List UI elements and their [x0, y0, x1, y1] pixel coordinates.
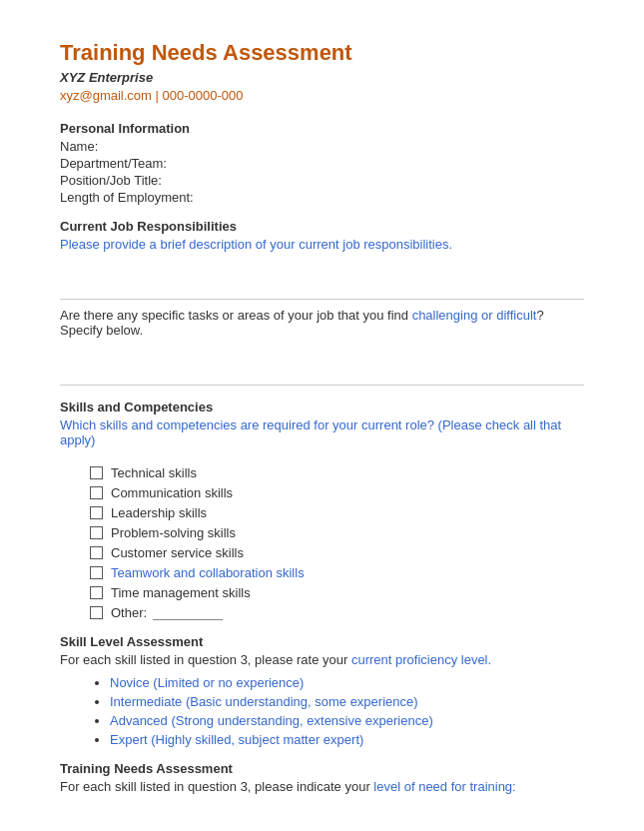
field-department: Department/Team:: [60, 156, 584, 171]
checkbox-label-other: Other:: [111, 605, 223, 620]
skill-level-prompt-blue: current proficiency level.: [351, 652, 491, 667]
contact-info: xyz@gmail.com | 000-0000-000: [60, 88, 584, 103]
level-intermediate-blue: (Basic understanding, some experience): [186, 694, 418, 709]
checkbox-label-technical: Technical skills: [111, 465, 197, 480]
job-responsibilities-section: Current Job Responsibilities Please prov…: [60, 219, 584, 386]
personal-info-section: Personal Information Name: Department/Te…: [60, 121, 584, 205]
document-header: Training Needs Assessment XYZ Enterprise…: [60, 40, 584, 103]
checkbox-icon-technical[interactable]: [90, 466, 103, 479]
personal-info-heading: Personal Information: [60, 121, 584, 136]
skill-level-section: Skill Level Assessment For each skill li…: [60, 634, 584, 747]
level-advanced-plain: Advanced: [110, 713, 171, 728]
challenging-question: Are there any specific tasks or areas of…: [60, 308, 584, 338]
level-novice: Novice (Limited or no experience): [110, 675, 584, 690]
level-expert: Expert (Highly skilled, subject matter e…: [110, 732, 584, 747]
checkbox-label-problem-solving: Problem-solving skills: [111, 525, 236, 540]
checkbox-icon-communication[interactable]: [90, 486, 103, 499]
challenging-text-plain: Are there any specific tasks or areas of…: [60, 308, 412, 323]
skills-intro: Which skills and competencies are requir…: [60, 417, 584, 447]
level-novice-plain: Novice: [110, 675, 153, 690]
checkbox-time-management[interactable]: Time management skills: [60, 585, 584, 600]
level-novice-blue: (Limited or no experience): [153, 675, 304, 690]
training-needs-prompt-blue: level of need for training:: [373, 779, 515, 794]
field-name: Name:: [60, 139, 584, 154]
level-expert-blue: (Highly skilled, subject matter expert): [151, 732, 363, 747]
training-needs-prompt-plain: For each skill listed in question 3, ple…: [60, 779, 373, 794]
level-advanced-blue: (Strong understanding, extensive experie…: [171, 713, 432, 728]
checkbox-icon-teamwork[interactable]: [90, 566, 103, 579]
phone: 000-0000-000: [163, 88, 244, 103]
field-position: Position/Job Title:: [60, 173, 584, 188]
checkbox-icon-problem-solving[interactable]: [90, 526, 103, 539]
document-title: Training Needs Assessment: [60, 40, 584, 66]
skill-level-prompt-plain: For each skill listed in question 3, ple…: [60, 652, 351, 667]
checkbox-label-communication: Communication skills: [111, 485, 233, 500]
skills-intro-plain: Which skills and competencies are: [60, 417, 263, 432]
challenging-input-area[interactable]: [60, 342, 584, 386]
field-employment-length: Length of Employment:: [60, 190, 584, 205]
level-intermediate: Intermediate (Basic understanding, some …: [110, 694, 584, 709]
job-responsibilities-heading: Current Job Responsibilities: [60, 219, 584, 234]
company-name: XYZ Enterprise: [60, 70, 584, 85]
checkbox-label-leadership: Leadership skills: [111, 505, 207, 520]
checkbox-icon-leadership[interactable]: [90, 506, 103, 519]
job-responsibilities-prompt: Please provide a brief description of yo…: [60, 237, 584, 252]
challenging-text-blue: challenging or difficult: [412, 308, 537, 323]
level-intermediate-plain: Intermediate: [110, 694, 186, 709]
skill-level-prompt: For each skill listed in question 3, ple…: [60, 652, 584, 667]
separator: |: [156, 88, 163, 103]
skill-levels-list: Novice (Limited or no experience) Interm…: [60, 675, 584, 747]
skills-section: Skills and Competencies Which skills and…: [60, 400, 584, 620]
checkbox-technical[interactable]: Technical skills: [60, 465, 584, 480]
checkbox-other[interactable]: Other:: [60, 605, 584, 620]
level-advanced: Advanced (Strong understanding, extensiv…: [110, 713, 584, 728]
checkbox-leadership[interactable]: Leadership skills: [60, 505, 584, 520]
job-responsibilities-input-area[interactable]: [60, 256, 584, 300]
checkbox-label-time-management: Time management skills: [111, 585, 251, 600]
training-needs-prompt: For each skill listed in question 3, ple…: [60, 779, 584, 794]
checkbox-label-customer-service: Customer service skills: [111, 545, 244, 560]
email: xyz@gmail.com: [60, 88, 152, 103]
training-needs-heading: Training Needs Assessment: [60, 761, 584, 776]
checkbox-icon-customer-service[interactable]: [90, 546, 103, 559]
checkbox-icon-other[interactable]: [90, 606, 103, 619]
checkbox-communication[interactable]: Communication skills: [60, 485, 584, 500]
checkbox-customer-service[interactable]: Customer service skills: [60, 545, 584, 560]
level-expert-plain: Expert: [110, 732, 151, 747]
skill-level-heading: Skill Level Assessment: [60, 634, 584, 649]
skills-heading: Skills and Competencies: [60, 400, 584, 415]
checkbox-label-teamwork: Teamwork and collaboration skills: [111, 565, 305, 580]
checkbox-problem-solving[interactable]: Problem-solving skills: [60, 525, 584, 540]
training-needs-section: Training Needs Assessment For each skill…: [60, 761, 584, 794]
checkbox-teamwork[interactable]: Teamwork and collaboration skills: [60, 565, 584, 580]
checkbox-icon-time-management[interactable]: [90, 586, 103, 599]
